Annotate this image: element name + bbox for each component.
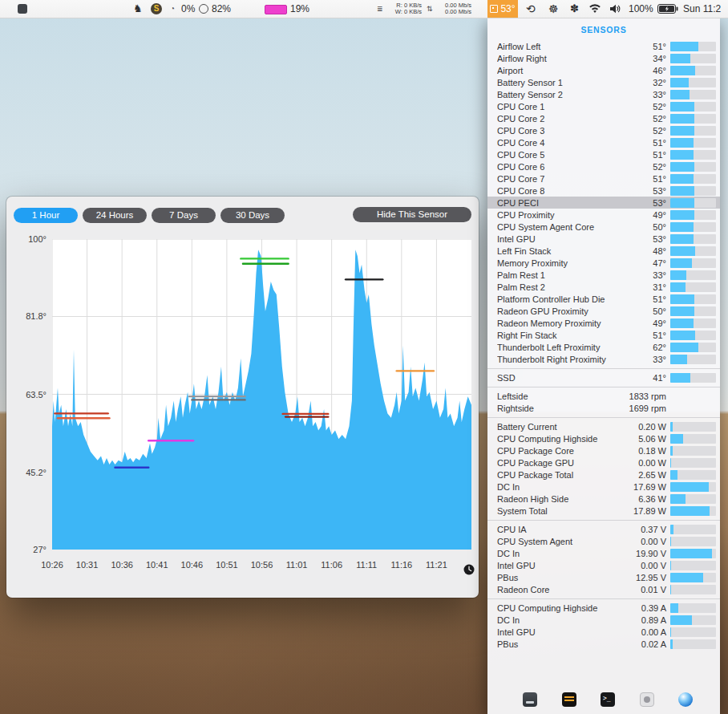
sensor-label: CPU Core 2 [497,114,626,124]
app-icon-light[interactable] [640,692,654,707]
sensor-row[interactable]: Thunderbolt Left Proximity62° [487,341,720,353]
sensor-row[interactable]: Radeon Memory Proximity49° [487,317,720,329]
menu-battery-percent[interactable]: 100% [629,0,653,18]
sensor-label: CPU Package GPU [497,458,626,468]
disk-activity-icon[interactable]: ≣ [377,0,383,18]
menu-sensors-item[interactable]: 53° [487,0,518,18]
sensor-gauge [670,66,716,75]
sensor-row[interactable]: Intel GPU0.00 V [487,559,720,571]
battery-icon[interactable] [657,4,678,14]
sensor-row[interactable]: Airflow Right34° [487,52,720,64]
sensor-label: Left Fin Stack [497,246,626,256]
hide-this-sensor-button[interactable]: Hide This Sensor [353,207,471,222]
range-button-30-days[interactable]: 30 Days [220,208,285,223]
sensor-row[interactable]: Left Fin Stack48° [487,245,720,257]
sensor-row[interactable]: Intel GPU0.00 A [487,626,720,638]
sensor-row[interactable]: Battery Sensor 233° [487,88,720,100]
sensor-row[interactable]: CPU Core 252° [487,112,720,124]
sensor-gauge [670,222,716,232]
sensor-value: 31° [626,282,666,292]
wifi-icon[interactable] [588,4,601,14]
clock-icon[interactable] [463,564,475,575]
sensor-gauge [670,331,716,340]
app-icon-dark[interactable] [523,692,537,707]
range-button-24-hours[interactable]: 24 Hours [83,208,147,223]
sensor-row[interactable]: CPU Package Core0.18 W [487,444,720,456]
cpu-gauge-icon[interactable]: ◔ [170,0,175,18]
range-button-7-days[interactable]: 7 Days [152,208,216,223]
sensor-row[interactable]: PBus0.02 A [487,638,720,650]
sensor-row[interactable]: DC In17.69 W [487,481,720,493]
app-icon-amber[interactable] [562,692,576,707]
app-icon-terminal[interactable] [601,692,615,707]
sensor-row[interactable]: CPU Core 551° [487,148,720,160]
sensor-value: 41° [626,373,666,383]
sensor-row[interactable]: DC In19.90 V [487,547,720,559]
sensor-gauge [670,90,716,99]
range-button-1-hour[interactable]: 1 Hour [14,208,78,223]
menu-cpu-percent[interactable]: 0% [181,0,195,18]
sensor-label: Airport [497,66,626,75]
s-badge-icon[interactable]: S [151,3,162,14]
menu-network-activity[interactable]: 0.00 Mb/s 0.00 Mb/s [436,2,471,15]
ship-wheel-icon[interactable]: ☸ [548,0,559,18]
sensor-row[interactable]: CPU Computing Highside5.06 W [487,432,720,444]
sensor-row[interactable]: CPU Core 152° [487,100,720,112]
sensor-row[interactable]: CPU System Agent Core50° [487,221,720,233]
sensor-label: Leftside [497,391,626,401]
sensor-row[interactable]: CPU Computing Highside0.39 A [487,602,720,614]
sensor-row[interactable]: CPU Proximity49° [487,209,720,221]
menu-small-battery-percent[interactable]: 19% [290,0,309,18]
sensor-row[interactable]: DC In0.89 A [487,614,720,626]
sensor-row[interactable]: CPU PECI53° [487,197,720,209]
sensor-label: Radeon High Side [497,494,626,504]
sensor-row[interactable]: CPU Core 451° [487,136,720,148]
sensor-row[interactable]: Right Fin Stack51° [487,329,720,341]
sensor-row[interactable]: Memory Proximity47° [487,257,720,269]
sensor-value: 51° [626,174,666,184]
time-machine-icon[interactable]: ⟲ [526,0,536,18]
sensor-row[interactable]: Radeon High Side6.36 W [487,493,720,505]
sensor-row[interactable]: Thunderbolt Right Proximity33° [487,353,720,365]
sensor-label: Thunderbolt Right Proximity [497,355,626,364]
sensor-row[interactable]: Palm Rest 133° [487,269,720,281]
sensor-row[interactable]: Intel GPU53° [487,233,720,245]
menu-disk-activity[interactable]: R: 0 KB/s W: 0 KB/s [386,2,422,15]
knight-icon[interactable]: ♞ [133,0,143,18]
sensor-row[interactable]: Platform Controller Hub Die51° [487,293,720,305]
sensor-row[interactable]: Battery Current0.20 W [487,420,720,432]
sensor-row[interactable]: Rightside1699 rpm [487,402,720,414]
menu-memory-percent[interactable]: 82% [212,0,231,18]
flower-icon[interactable]: ✽ [570,0,579,18]
sensor-row[interactable]: CPU Package Total2.65 W [487,469,720,481]
sensor-row[interactable]: Leftside1833 rpm [487,390,720,402]
sensor-label: Right Fin Stack [497,331,626,340]
sensor-row[interactable]: CPU Core 751° [487,172,720,185]
sensor-row[interactable]: Airflow Left51° [487,40,720,52]
sensor-row[interactable]: CPU System Agent0.00 V [487,535,720,547]
app-icon-globe[interactable] [678,692,693,707]
menu-clock[interactable]: Sun 11:2 [683,0,721,18]
sensor-value: 12.95 V [626,573,666,582]
sensor-row[interactable]: SSD41° [487,371,720,383]
sensor-row[interactable]: Battery Sensor 132° [487,76,720,88]
sensor-row[interactable]: CPU Core 853° [487,185,720,197]
sensor-row[interactable]: CPU Core 652° [487,160,720,172]
sensor-row[interactable]: System Total17.89 W [487,505,720,517]
sensor-value: 17.89 W [626,506,666,516]
sensor-row[interactable]: Airport46° [487,64,720,76]
sensor-row[interactable]: CPU Package GPU0.00 W [487,456,720,469]
sensor-row[interactable]: Radeon GPU Proximity50° [487,305,720,317]
pink-battery-icon[interactable] [265,5,287,14]
sensor-gauge [670,585,716,594]
sensor-row[interactable]: Palm Rest 231° [487,281,720,293]
sensor-row[interactable]: CPU Core 352° [487,124,720,136]
volume-icon[interactable] [609,4,621,14]
menu-app-icon[interactable] [18,4,27,14]
network-activity-icon[interactable]: ⇅ [427,0,433,18]
sensor-row[interactable]: PBus12.95 V [487,571,720,583]
sensor-row[interactable]: Radeon Core0.01 V [487,583,720,595]
sensor-row[interactable]: CPU IA0.37 V [487,523,720,535]
ring-icon[interactable] [199,4,208,14]
sensor-gauge [670,318,716,328]
